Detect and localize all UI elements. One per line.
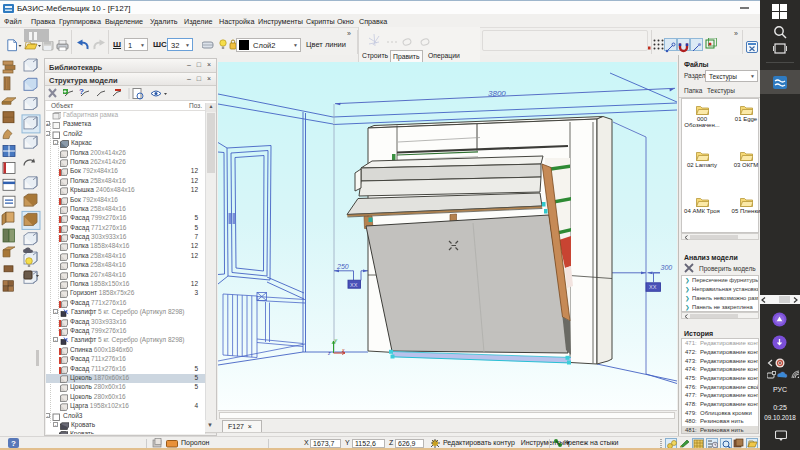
svg-text:XX: XX bbox=[649, 284, 657, 290]
svg-text:?: ? bbox=[11, 439, 16, 448]
svg-text:3800: 3800 bbox=[488, 89, 506, 98]
svg-text:z: z bbox=[327, 350, 331, 356]
svg-text:250: 250 bbox=[336, 263, 349, 270]
svg-text:x: x bbox=[341, 347, 345, 353]
svg-text:XX: XX bbox=[350, 282, 358, 288]
svg-text:y: y bbox=[334, 337, 338, 343]
svg-text:?: ? bbox=[79, 87, 84, 96]
svg-text:300: 300 bbox=[661, 264, 673, 271]
